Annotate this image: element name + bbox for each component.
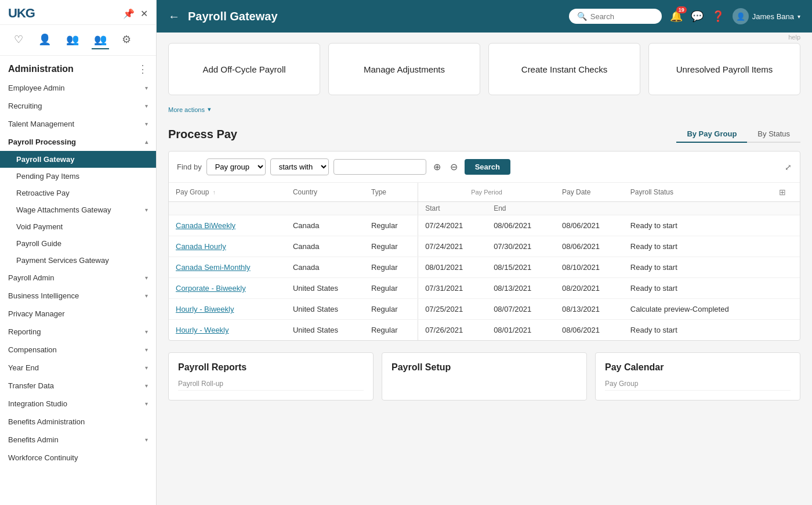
tab-by-pay-group[interactable]: By Pay Group: [676, 126, 747, 143]
chevron-down-icon: ▾: [145, 85, 148, 91]
more-actions-chevron-icon: ▾: [208, 106, 211, 113]
sidebar-item-payroll-gateway[interactable]: Payroll Gateway: [0, 151, 156, 168]
search-input[interactable]: [590, 12, 648, 21]
sidebar-item-recruiting[interactable]: Recruiting ▾: [0, 97, 156, 115]
header: ← Payroll Gateway 🔍 🔔 19 💬 ❓ 👤 James Ban…: [157, 0, 812, 33]
start-cell: 08/01/2021: [418, 257, 487, 278]
sidebar-item-payroll-admin[interactable]: Payroll Admin ▾: [0, 269, 156, 287]
add-filter-button[interactable]: ⊕: [431, 160, 443, 174]
more-actions-button[interactable]: More actions ▾: [168, 106, 800, 113]
sidebar-item-compensation[interactable]: Compensation ▾: [0, 341, 156, 359]
tab-group: By Pay Group By Status: [676, 126, 800, 143]
chevron-down-icon: ▾: [145, 383, 148, 389]
sidebar-item-talent-management[interactable]: Talent Management ▾: [0, 115, 156, 133]
sidebar-item-payroll-guide[interactable]: Payroll Guide: [0, 235, 156, 252]
notification-badge: 19: [676, 6, 687, 13]
sidebar-item-benefits-administration[interactable]: Benefits Administration: [0, 413, 156, 431]
action-card-manage-adjustments[interactable]: Manage Adjustments: [328, 43, 480, 95]
column-options-icon[interactable]: ⊞: [779, 187, 786, 197]
sidebar-item-business-intelligence[interactable]: Business Intelligence ▾: [0, 287, 156, 305]
sidebar-item-void-payment[interactable]: Void Payment: [0, 218, 156, 235]
remove-filter-button[interactable]: ⊖: [448, 160, 460, 174]
sidebar-item-employee-admin[interactable]: Employee Admin ▾: [0, 79, 156, 97]
pay-group-link[interactable]: Canada BiWeekly: [176, 221, 235, 230]
sidebar-item-pending-pay-items[interactable]: Pending Pay Items: [0, 168, 156, 185]
pin-icon[interactable]: 📌: [123, 8, 135, 19]
chevron-down-icon: ▾: [145, 293, 148, 299]
pay-group-link[interactable]: Hourly - Biweekly: [176, 305, 234, 313]
end-cell: 08/07/2021: [487, 299, 555, 320]
chevron-down-icon: ▾: [145, 347, 148, 353]
end-cell: 08/06/2021: [487, 215, 555, 236]
page-title: Payroll Gateway: [188, 10, 561, 23]
close-icon[interactable]: ✕: [140, 8, 148, 19]
sidebar-item-workforce-continuity[interactable]: Workforce Continuity: [0, 449, 156, 467]
chevron-down-icon: ▾: [145, 437, 148, 443]
end-cell: 08/15/2021: [487, 257, 555, 278]
operator-select[interactable]: starts with contains equals: [270, 158, 329, 175]
payroll-icon[interactable]: 👥: [92, 31, 109, 49]
start-cell: 07/24/2021: [418, 215, 487, 236]
pending-pay-items-label: Pending Pay Items: [16, 172, 79, 181]
back-button[interactable]: ←: [168, 10, 180, 23]
country-cell: Canada: [286, 215, 364, 236]
pay-date-cell: 08/06/2021: [555, 320, 624, 341]
person-icon[interactable]: 👤: [36, 31, 53, 49]
action-card-unresolved-payroll-items[interactable]: Unresolved Payroll Items: [648, 43, 800, 95]
col-pay-date: Pay Date: [555, 183, 624, 202]
notifications-button[interactable]: 🔔 19: [670, 10, 683, 23]
sidebar-item-retroactive-pay[interactable]: Retroactive Pay: [0, 185, 156, 201]
sidebar-item-year-end[interactable]: Year End ▾: [0, 359, 156, 377]
user-menu-button[interactable]: 👤 James Bana ▾: [733, 8, 800, 24]
help-icon[interactable]: ❓: [712, 10, 724, 23]
sidebar-menu: Employee Admin ▾ Recruiting ▾ Talent Man…: [0, 79, 156, 467]
avatar: 👤: [733, 8, 749, 24]
manage-adjustments-label: Manage Adjustments: [364, 64, 445, 74]
more-options-icon[interactable]: ⋮: [137, 63, 148, 75]
filter-input[interactable]: [334, 159, 426, 175]
status-cell: Ready to start: [624, 257, 772, 278]
col-payroll-status: Payroll Status: [624, 183, 772, 202]
wage-attachments-label: Wage Attachments Gateway: [16, 205, 111, 214]
sidebar-item-privacy-manager[interactable]: Privacy Manager: [0, 305, 156, 323]
sidebar-item-benefits-admin[interactable]: Benefits Admin ▾: [0, 431, 156, 449]
pay-group-link[interactable]: Canada Hourly: [176, 242, 226, 251]
payroll-reports-card: Payroll Reports Payroll Roll-up: [168, 352, 374, 401]
process-pay-header: Process Pay By Pay Group By Status: [168, 126, 800, 143]
action-card-add-off-cycle[interactable]: Add Off-Cycle Payroll: [168, 43, 320, 95]
start-cell: 07/25/2021: [418, 299, 487, 320]
tab-by-status[interactable]: By Status: [747, 126, 800, 143]
sidebar-item-payroll-processing[interactable]: Payroll Processing ▴: [0, 133, 156, 151]
message-icon[interactable]: 💬: [691, 10, 704, 23]
payroll-table: Pay Group ↑ Country Type Pay Period Pay …: [169, 183, 800, 340]
action-card-create-instant-checks[interactable]: Create Instant Checks: [488, 43, 640, 95]
favorites-icon[interactable]: ♡: [12, 31, 26, 49]
year-end-label: Year End: [8, 363, 39, 372]
pay-group-link[interactable]: Corporate - Biweekly: [176, 284, 246, 293]
void-payment-label: Void Payment: [16, 222, 63, 231]
table-row: Canada Hourly Canada Regular 07/24/2021 …: [169, 236, 800, 257]
gear-icon[interactable]: ⚙: [119, 31, 133, 49]
bottom-cards: Payroll Reports Payroll Roll-up Payroll …: [168, 352, 800, 401]
table-row: Canada Semi-Monthly Canada Regular 08/01…: [169, 257, 800, 278]
payroll-rollup-row: Payroll Roll-up: [178, 377, 364, 391]
pay-group-link[interactable]: Hourly - Weekly: [176, 326, 229, 334]
expand-table-button[interactable]: ⤢: [785, 163, 792, 172]
sidebar-item-transfer-data[interactable]: Transfer Data ▾: [0, 377, 156, 395]
sidebar-item-wage-attachments[interactable]: Wage Attachments Gateway ▾: [0, 201, 156, 218]
search-icon: 🔍: [577, 12, 587, 21]
people-icon[interactable]: 👥: [64, 31, 81, 49]
sidebar-item-payment-services-gateway[interactable]: Payment Services Gateway: [0, 252, 156, 269]
pay-date-cell: 08/06/2021: [555, 215, 624, 236]
field-select[interactable]: Pay group Employee Status: [206, 158, 266, 175]
pay-group-link[interactable]: Canada Semi-Monthly: [176, 263, 251, 272]
employee-admin-label: Employee Admin: [8, 84, 65, 92]
tab-by-status-label: By Status: [757, 129, 790, 138]
payroll-setup-card: Payroll Setup: [382, 352, 587, 401]
table-card: Find by Pay group Employee Status starts…: [168, 151, 800, 341]
sidebar-item-reporting[interactable]: Reporting ▾: [0, 323, 156, 341]
sidebar-item-integration-studio[interactable]: Integration Studio ▾: [0, 395, 156, 413]
status-cell: Ready to start: [624, 236, 772, 257]
search-button[interactable]: Search: [465, 159, 510, 175]
pay-group-cell: Hourly - Biweekly: [169, 299, 286, 320]
